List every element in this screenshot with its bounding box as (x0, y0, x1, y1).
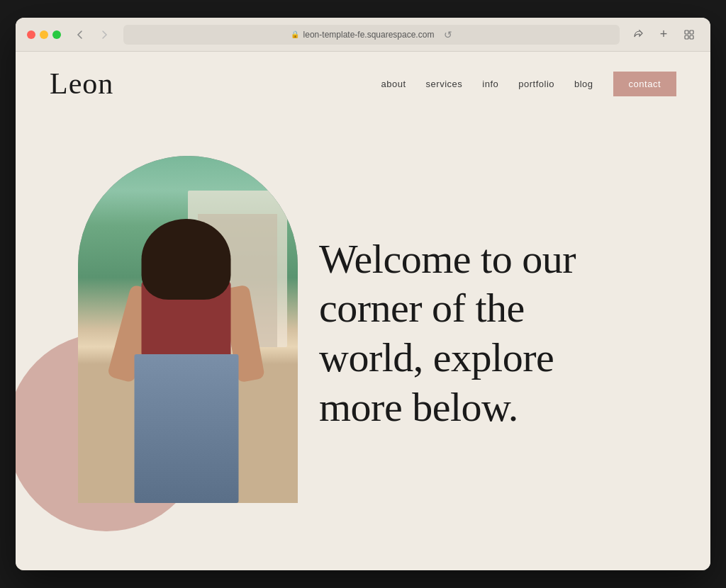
hero-headline: Welcome to our corner of the world, expl… (319, 234, 676, 431)
svg-rect-1 (690, 30, 693, 34)
hero-text: Welcome to our corner of the world, expl… (319, 234, 676, 431)
website-content: Leon about services info portfolio blog … (16, 52, 710, 570)
browser-window: 🔒 leon-template-fe.squarespace.com ↺ + (16, 18, 710, 570)
forward-button[interactable] (95, 25, 115, 45)
nav-portfolio[interactable]: portfolio (518, 79, 554, 89)
hero-image-container (50, 156, 277, 510)
photo-art (78, 156, 298, 503)
headline-line4: more below. (319, 384, 518, 430)
minimize-dot[interactable] (40, 30, 48, 39)
nav-services[interactable]: services (426, 79, 463, 89)
contact-button[interactable]: contact (613, 72, 676, 96)
tabs-button[interactable] (679, 25, 699, 45)
nav-about[interactable]: about (381, 79, 406, 89)
person-figure (111, 232, 265, 503)
browser-dots (27, 30, 61, 39)
browser-nav (69, 25, 115, 45)
new-tab-button[interactable]: + (654, 25, 674, 45)
close-dot[interactable] (27, 30, 35, 39)
person-hair (142, 219, 231, 300)
nav-info[interactable]: info (482, 79, 498, 89)
back-button[interactable] (69, 25, 89, 45)
hero-arch-image (78, 156, 298, 503)
person-jeans (134, 354, 239, 503)
headline-line1: Welcome to our (319, 236, 576, 282)
nav-blog[interactable]: blog (574, 79, 593, 89)
headline-line2: corner of the (319, 285, 525, 331)
browser-actions: + (628, 25, 699, 45)
site-logo[interactable]: Leon (50, 69, 113, 98)
site-nav: about services info portfolio blog conta… (381, 72, 676, 96)
lock-icon: 🔒 (291, 30, 299, 38)
share-button[interactable] (628, 25, 648, 45)
headline-line3: world, explore (319, 334, 554, 380)
svg-rect-2 (685, 35, 688, 39)
address-bar[interactable]: 🔒 leon-template-fe.squarespace.com ↺ (123, 25, 620, 45)
svg-rect-0 (685, 30, 688, 34)
reload-button[interactable]: ↺ (444, 29, 452, 40)
svg-rect-3 (690, 35, 693, 39)
maximize-dot[interactable] (52, 30, 61, 39)
browser-chrome: 🔒 leon-template-fe.squarespace.com ↺ + (16, 18, 710, 52)
hero-section: Welcome to our corner of the world, expl… (16, 110, 710, 570)
site-header: Leon about services info portfolio blog … (16, 52, 710, 110)
url-text: leon-template-fe.squarespace.com (303, 30, 435, 40)
